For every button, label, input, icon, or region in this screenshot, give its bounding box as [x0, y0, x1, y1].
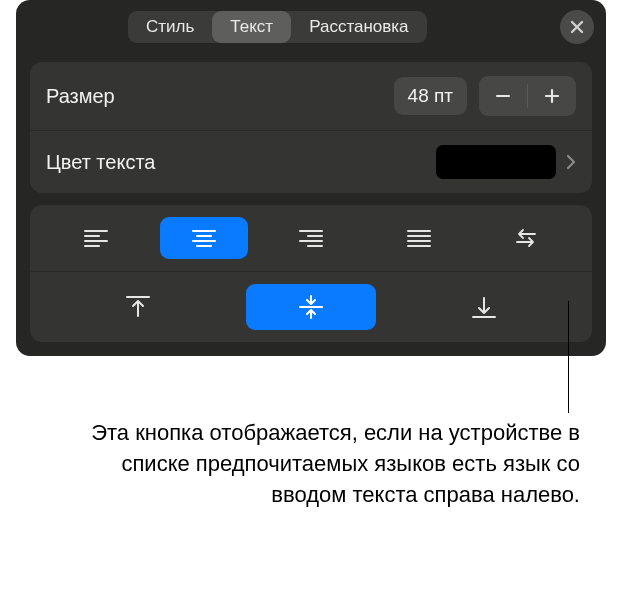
plus-icon — [543, 87, 561, 105]
align-center-button[interactable] — [160, 217, 248, 259]
valign-bottom-icon — [470, 294, 498, 320]
align-justify-icon — [406, 228, 432, 248]
callout-caption: Эта кнопка отображается, если на устройс… — [80, 418, 580, 510]
align-left-button[interactable] — [52, 217, 140, 259]
close-button[interactable] — [560, 10, 594, 44]
size-stepper — [479, 76, 576, 116]
align-left-icon — [83, 228, 109, 248]
vertical-align-row — [30, 272, 592, 342]
valign-middle-button[interactable] — [246, 284, 376, 330]
tab-style[interactable]: Стиль — [128, 11, 212, 43]
valign-top-button[interactable] — [73, 284, 203, 330]
text-color-row[interactable]: Цвет текста — [30, 131, 592, 193]
settings-rows: Размер 48 пт Цвет текста — [30, 62, 592, 193]
align-center-icon — [191, 228, 217, 248]
size-row: Размер 48 пт — [30, 62, 592, 131]
size-decrease-button[interactable] — [479, 76, 527, 116]
tab-text[interactable]: Текст — [212, 11, 291, 43]
align-right-button[interactable] — [267, 217, 355, 259]
callout-line — [568, 301, 569, 413]
size-label: Размер — [46, 85, 394, 108]
chevron-right-icon — [566, 154, 576, 170]
text-color-label: Цвет текста — [46, 151, 436, 174]
text-direction-icon — [513, 228, 539, 248]
align-justify-button[interactable] — [375, 217, 463, 259]
tab-bar: Стиль Текст Расстановка — [16, 0, 606, 50]
minus-icon — [494, 87, 512, 105]
horizontal-align-row — [30, 205, 592, 272]
size-value[interactable]: 48 пт — [394, 77, 467, 115]
alignment-group — [30, 205, 592, 342]
text-format-panel: Стиль Текст Расстановка Размер 48 пт Цве… — [16, 0, 606, 356]
align-right-icon — [298, 228, 324, 248]
valign-bottom-button[interactable] — [419, 284, 549, 330]
tab-segment: Стиль Текст Расстановка — [128, 11, 427, 43]
text-direction-button[interactable] — [482, 217, 570, 259]
close-icon — [569, 19, 585, 35]
valign-middle-icon — [297, 294, 325, 320]
valign-top-icon — [124, 294, 152, 320]
text-color-swatch — [436, 145, 556, 179]
size-increase-button[interactable] — [528, 76, 576, 116]
tab-arrangement[interactable]: Расстановка — [291, 11, 426, 43]
